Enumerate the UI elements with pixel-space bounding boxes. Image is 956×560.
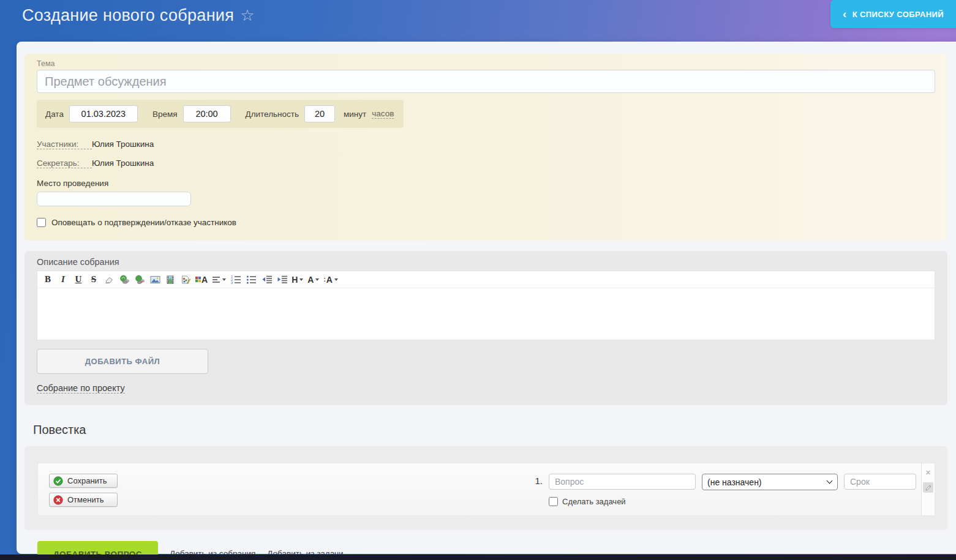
duration-input[interactable]	[304, 105, 335, 122]
back-to-meetings-button[interactable]: ‹ К СПИСКУ СОБРАНИЙ	[830, 0, 956, 28]
date-label: Дата	[45, 110, 64, 119]
secretary-row: Секретарь: Юлия Трошкина	[37, 159, 935, 168]
strikethrough-icon[interactable]: S	[88, 273, 99, 286]
insert-link-icon[interactable]	[119, 273, 130, 286]
notify-checkbox-label: Оповещать о подтверждении/отказе участни…	[51, 218, 236, 227]
favorite-star-icon[interactable]: ☆	[240, 6, 255, 25]
page-title: Создание нового собрания ☆	[22, 6, 255, 25]
delete-question-icon[interactable]: ×	[925, 468, 931, 477]
make-task-checkbox-row: Сделать задачей	[549, 497, 838, 506]
meeting-form-panel: Тема Дата Время Длительность минут часов…	[24, 54, 947, 241]
secretary-value: Юлия Трошкина	[92, 159, 154, 168]
agenda-heading: Повестка	[33, 423, 947, 437]
description-label: Описание собрания	[37, 257, 935, 267]
editor-toolbar: B I U S	[37, 271, 935, 288]
secretary-link[interactable]: Секретарь:	[37, 159, 92, 168]
agenda-row-side-controls: ×	[921, 463, 935, 516]
font-size-icon[interactable]: A	[307, 273, 319, 286]
add-file-button[interactable]: ДОБАВИТЬ ФАЙЛ	[37, 349, 208, 374]
back-button-label: К СПИСКУ СОБРАНИЙ	[852, 10, 944, 19]
datetime-row: Дата Время Длительность минут часов	[37, 100, 404, 128]
location-input[interactable]	[37, 192, 191, 206]
participants-link[interactable]: Участники:	[37, 140, 92, 149]
cancel-question-button[interactable]: Отменить	[49, 493, 118, 507]
duration-label: Длительность	[246, 110, 299, 119]
save-check-icon	[53, 476, 63, 486]
page-title-text: Создание нового собрания	[22, 6, 234, 25]
notify-checkbox[interactable]	[37, 218, 46, 227]
date-input[interactable]	[69, 105, 138, 122]
ordered-list-icon[interactable]: 123	[230, 273, 241, 286]
agenda-panel: 1. (не назначен) Сохранить	[24, 446, 947, 530]
indent-icon[interactable]	[276, 273, 287, 286]
agenda-item-row: 1. (не назначен) Сохранить	[37, 463, 935, 516]
save-question-button[interactable]: Сохранить	[49, 474, 118, 488]
time-input[interactable]	[183, 105, 231, 122]
time-label: Время	[152, 110, 178, 119]
make-task-label: Сделать задачей	[562, 497, 626, 506]
align-icon[interactable]	[212, 273, 226, 286]
edit-question-icon[interactable]	[923, 482, 933, 493]
topic-input[interactable]	[37, 70, 935, 93]
bold-icon[interactable]: B	[42, 273, 53, 286]
participants-value: Юлия Трошкина	[92, 140, 154, 149]
notify-checkbox-row: Оповещать о подтверждении/отказе участни…	[37, 218, 935, 227]
highlight-color-icon[interactable]	[180, 273, 191, 286]
description-textarea[interactable]	[37, 288, 935, 340]
remove-link-icon[interactable]	[134, 273, 145, 286]
font-color-icon[interactable]: A	[195, 273, 208, 286]
description-panel: Описание собрания B I U S	[24, 251, 947, 405]
assignee-select[interactable]: (не назначен)	[702, 474, 838, 490]
clear-format-icon[interactable]	[104, 273, 115, 286]
font-style-icon[interactable]: :A	[323, 273, 337, 286]
assignee-select-wrap: (не назначен)	[702, 474, 838, 490]
duration-unit-minutes: минут	[344, 110, 366, 119]
agenda-item-number: 1.	[71, 474, 543, 486]
outdent-icon[interactable]	[261, 273, 272, 286]
location-label: Место проведения	[37, 179, 935, 188]
unordered-list-icon[interactable]	[246, 273, 257, 286]
make-task-checkbox[interactable]	[549, 497, 558, 506]
main-card: Тема Дата Время Длительность минут часов…	[17, 42, 956, 554]
cancel-x-icon	[53, 495, 63, 505]
chevron-left-icon: ‹	[843, 8, 847, 20]
topic-label: Тема	[37, 59, 935, 68]
heading-icon[interactable]: H	[292, 273, 303, 286]
insert-video-icon[interactable]	[165, 273, 176, 286]
italic-icon[interactable]: I	[58, 273, 69, 286]
project-meeting-link[interactable]: Собрание по проекту	[37, 383, 125, 394]
window-bottom-bar	[0, 554, 956, 560]
participants-row: Участники: Юлия Трошкина	[37, 140, 935, 149]
duration-unit-hours-link[interactable]: часов	[372, 109, 394, 119]
underline-icon[interactable]: U	[73, 273, 84, 286]
due-date-input[interactable]	[844, 474, 916, 490]
svg-text:3: 3	[231, 281, 233, 284]
rich-text-editor: B I U S	[37, 271, 935, 340]
question-input[interactable]	[549, 474, 696, 490]
insert-image-icon[interactable]	[149, 273, 160, 286]
